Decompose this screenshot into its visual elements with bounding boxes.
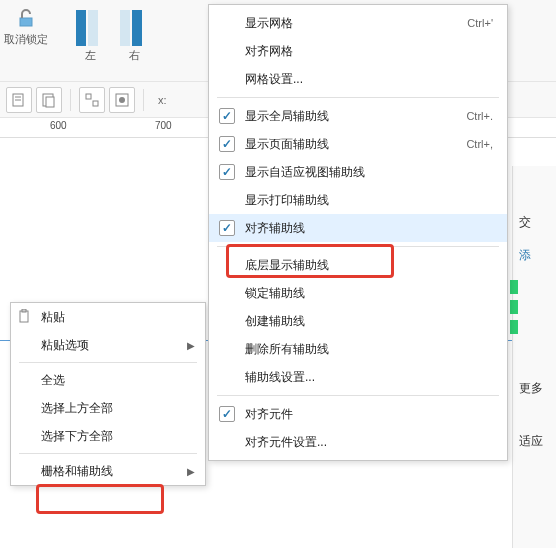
menu-separator [19,453,197,454]
menu-paste-label: 粘贴 [41,309,65,326]
submenu-label: 对齐元件 [245,406,293,423]
panel-interact-label[interactable]: 交 [513,206,556,239]
menu-paste[interactable]: 粘贴 [11,303,205,331]
svg-rect-7 [93,101,98,106]
submenu-snap-widget-settings[interactable]: 对齐元件设置... [209,428,507,456]
menu-separator [217,246,499,247]
ruler-tick-700: 700 [155,120,172,131]
panel-link-label[interactable]: 添 [513,239,556,272]
submenu-lock-guides[interactable]: 锁定辅助线 [209,279,507,307]
green-indicator [510,300,518,314]
submenu-shortcut: Ctrl+. [466,110,493,122]
submenu-show-page-guides[interactable]: 显示页面辅助线 Ctrl+, [209,130,507,158]
align-left-button[interactable]: 左 [68,8,112,63]
submenu-show-print-guides[interactable]: 显示打印辅助线 [209,186,507,214]
submenu-label: 对齐元件设置... [245,434,327,451]
submenu-snap-widgets[interactable]: 对齐元件 [209,400,507,428]
submenu-snap-grid[interactable]: 对齐网格 [209,37,507,65]
unlock-label: 取消锁定 [4,32,48,47]
check-icon [219,164,235,180]
chevron-right-icon: ▶ [187,466,195,477]
align-right-icon [120,8,148,48]
svg-rect-11 [22,309,26,312]
submenu-guide-settings[interactable]: 辅助线设置... [209,363,507,391]
menu-separator [217,395,499,396]
panel-more-label[interactable]: 更多 [513,372,556,405]
divider [70,89,71,111]
svg-point-9 [119,97,125,103]
submenu-create-guides[interactable]: 创建辅助线 [209,307,507,335]
ruler-tick-600: 600 [50,120,67,131]
menu-separator [217,97,499,98]
svg-rect-10 [20,311,28,322]
menu-select-all-label: 全选 [41,372,65,389]
menu-paste-options-label: 粘贴选项 [41,337,89,354]
submenu-label: 删除所有辅助线 [245,341,329,358]
page-button-1[interactable] [6,87,32,113]
x-coord-label: x: [158,94,167,106]
right-panel: 交 添 更多 适应 [512,166,556,548]
submenu-label: 显示自适应视图辅助线 [245,164,365,181]
panel-adapt-label[interactable]: 适应 [513,425,556,458]
submenu-label: 底层显示辅助线 [245,257,329,274]
menu-paste-options[interactable]: 粘贴选项 ▶ [11,331,205,359]
menu-grid-guides[interactable]: 栅格和辅助线 ▶ [11,457,205,485]
submenu-show-adaptive-guides[interactable]: 显示自适应视图辅助线 [209,158,507,186]
unlock-icon [14,8,38,28]
green-indicator [510,320,518,334]
submenu-show-global-guides[interactable]: 显示全局辅助线 Ctrl+. [209,102,507,130]
menu-select-above[interactable]: 选择上方全部 [11,394,205,422]
menu-select-below[interactable]: 选择下方全部 [11,422,205,450]
grid-guides-submenu: 显示网格 Ctrl+' 对齐网格 网格设置... 显示全局辅助线 Ctrl+. … [208,4,508,461]
align-left-label: 左 [85,48,96,63]
align-left-icon [76,8,104,48]
submenu-label: 显示打印辅助线 [245,192,329,209]
svg-rect-6 [86,94,91,99]
submenu-grid-settings[interactable]: 网格设置... [209,65,507,93]
submenu-shortcut: Ctrl+' [467,17,493,29]
svg-rect-5 [46,97,54,107]
divider [143,89,144,111]
paste-icon [17,309,33,325]
submenu-shortcut: Ctrl+, [466,138,493,150]
submenu-label: 显示全局辅助线 [245,108,329,125]
submenu-label: 创建辅助线 [245,313,305,330]
menu-select-above-label: 选择上方全部 [41,400,113,417]
menu-separator [19,362,197,363]
submenu-bottom-show-guides[interactable]: 底层显示辅助线 [209,251,507,279]
svg-rect-0 [20,18,32,26]
menu-grid-guides-label: 栅格和辅助线 [41,463,113,480]
submenu-delete-all-guides[interactable]: 删除所有辅助线 [209,335,507,363]
check-icon [219,136,235,152]
align-right-button[interactable]: 右 [112,8,156,63]
green-indicator [510,280,518,294]
group-button[interactable] [79,87,105,113]
submenu-label: 锁定辅助线 [245,285,305,302]
unlock-tool[interactable]: 取消锁定 [4,8,48,47]
align-right-label: 右 [129,48,140,63]
check-icon [219,220,235,236]
submenu-label: 显示网格 [245,15,293,32]
page-button-2[interactable] [36,87,62,113]
submenu-label: 网格设置... [245,71,303,88]
check-icon [219,108,235,124]
menu-select-below-label: 选择下方全部 [41,428,113,445]
check-icon [219,406,235,422]
submenu-label: 显示页面辅助线 [245,136,329,153]
chevron-right-icon: ▶ [187,340,195,351]
submenu-label: 对齐辅助线 [245,220,305,237]
submenu-label: 辅助线设置... [245,369,315,386]
menu-select-all[interactable]: 全选 [11,366,205,394]
context-menu: 粘贴 粘贴选项 ▶ 全选 选择上方全部 选择下方全部 栅格和辅助线 ▶ [10,302,206,486]
submenu-show-grid[interactable]: 显示网格 Ctrl+' [209,9,507,37]
submenu-label: 对齐网格 [245,43,293,60]
mask-button[interactable] [109,87,135,113]
submenu-snap-guides[interactable]: 对齐辅助线 [209,214,507,242]
align-group: 左 右 [68,8,156,63]
